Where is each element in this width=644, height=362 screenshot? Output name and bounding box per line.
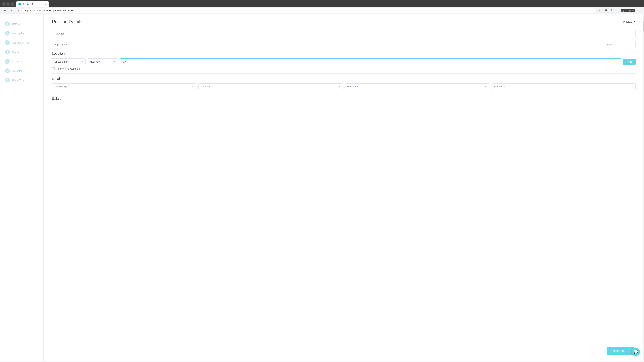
browser-toolbar: ← → ↻ app.breezy.hr/app/c/moodjoy/positi…	[0, 7, 644, 14]
sidebar: 1 Details 2 Description 3 Application Fo…	[0, 14, 44, 361]
experience-chevron-icon: ▼	[631, 85, 633, 88]
url-text: app.breezy.hr/app/c/moodjoy/positions/ne…	[25, 9, 73, 12]
sidebar-item-hiring-team[interactable]: 7 Hiring Team	[0, 75, 44, 85]
sidebar-item-screening[interactable]: 5 Screening	[0, 57, 44, 66]
divider-2	[52, 93, 636, 93]
tab-favicon	[18, 3, 21, 5]
city-input[interactable]	[120, 58, 621, 65]
minimize-btn[interactable]: −	[2, 2, 6, 6]
step-circle-7: 7	[5, 78, 10, 82]
position-type-label: Position type *	[54, 85, 70, 88]
position-type-chevron-icon: ▼	[192, 85, 194, 88]
experience-dropdown[interactable]: Experience ▼	[491, 83, 636, 90]
incognito-icon: 🁭	[623, 9, 624, 11]
download-icon[interactable]: ↧	[610, 8, 613, 13]
sidebar-item-details[interactable]: 1 Details	[0, 19, 44, 28]
manager-label: Manager	[56, 32, 66, 35]
preview-label: Preview	[623, 20, 632, 23]
location-title: Location	[52, 52, 636, 56]
salary-title: Salary	[52, 97, 636, 100]
operations-id-field[interactable]: 12345	[602, 40, 636, 48]
details-dropdowns-row: Position type * ▼ Category ▼ Education ▼…	[52, 83, 636, 90]
category-dropdown[interactable]: Category ▼	[198, 83, 343, 90]
country-value: United States	[54, 60, 68, 63]
sidebar-label-screening: Screening	[12, 60, 24, 63]
remote-checkbox-row: Remote / Telecommute	[52, 67, 636, 70]
page-header: Position Details Preview	[52, 19, 636, 24]
step-circle-2: 2	[5, 31, 10, 35]
operations-row: Operations 12345	[52, 40, 636, 48]
incognito-label: Incognito	[626, 9, 634, 11]
remote-checkbox[interactable]	[52, 67, 55, 70]
incognito-badge: 🁭 Incognito	[621, 8, 635, 12]
main-content: Position Details Preview Manager Operati…	[44, 14, 644, 361]
step-circle-5: 5	[5, 59, 10, 64]
country-chevron-icon: ▼	[81, 60, 83, 63]
operations-label: Operations	[55, 43, 68, 46]
browser-chrome: − □ × Breezy HR × + ← → ↻ app.breezy.hr/…	[0, 0, 644, 14]
preview-link[interactable]: Preview	[623, 20, 636, 23]
sidebar-item-pipeline[interactable]: 4 Pipeline	[0, 47, 44, 57]
add-location-button[interactable]: +Add	[623, 59, 636, 65]
experience-label: Experience	[494, 85, 506, 88]
location-row: United States ▼ New York ▼ +Add	[52, 58, 636, 65]
external-link-icon	[633, 20, 636, 23]
toolbar-actions: ☆ ☰ ↧ ▭ 🁭 Incognito ⋮	[598, 8, 641, 13]
category-label: Category	[201, 85, 210, 88]
chat-bubble-button[interactable]: 💬	[632, 348, 640, 356]
scrollbar-thumb[interactable]	[643, 21, 644, 31]
split-icon[interactable]: ▭	[615, 8, 619, 13]
scrollbar[interactable]	[643, 14, 644, 361]
manager-row: Manager	[52, 29, 636, 38]
menu-icon[interactable]: ⋮	[637, 8, 641, 13]
browser-tab-active[interactable]: Breezy HR ×	[16, 1, 49, 7]
location-section: Location United States ▼ New York ▼ +Add	[52, 52, 636, 70]
page-title: Position Details	[52, 19, 82, 24]
remote-label: Remote / Telecommute	[56, 67, 80, 70]
forward-btn[interactable]: →	[9, 8, 14, 13]
sidebar-item-advertise[interactable]: 6 Advertise	[0, 66, 44, 75]
education-dropdown[interactable]: Education ▼	[345, 83, 489, 90]
chat-icon: 💬	[634, 350, 638, 354]
sidebar-label-pipeline: Pipeline	[12, 51, 21, 53]
sidebar-label-details: Details	[12, 22, 20, 25]
extensions-icon[interactable]: ☰	[604, 8, 608, 13]
step-circle-3: 3	[5, 40, 10, 45]
app-container: 1 Details 2 Description 3 Application Fo…	[0, 14, 644, 361]
sidebar-label-application-form: Application Form	[12, 41, 31, 44]
sidebar-label-hiring-team: Hiring Team	[12, 79, 26, 82]
add-btn-label: +Add	[626, 60, 632, 63]
sidebar-label-advertise: Advertise	[12, 69, 23, 72]
next-step-arrow-icon: ›	[627, 349, 628, 353]
state-chevron-icon: ▼	[113, 60, 115, 63]
bookmark-icon[interactable]: ☆	[598, 8, 602, 13]
step-circle-4: 4	[5, 50, 10, 54]
education-chevron-icon: ▼	[485, 85, 487, 88]
close-btn[interactable]: ×	[11, 2, 14, 6]
step-circle-6: 6	[5, 68, 10, 73]
education-label: Education	[347, 85, 358, 88]
browser-tabs: − □ × Breezy HR × +	[0, 0, 644, 7]
country-dropdown[interactable]: United States ▼	[52, 58, 86, 65]
next-step-label: Next Step	[613, 349, 626, 353]
back-btn[interactable]: ←	[3, 8, 8, 13]
details-section: Details Position type * ▼ Category ▼ Edu…	[52, 77, 636, 90]
position-type-dropdown[interactable]: Position type * ▼	[52, 83, 196, 90]
reload-btn[interactable]: ↻	[16, 8, 20, 13]
state-value: New York	[90, 60, 100, 63]
salary-section: Salary	[52, 97, 636, 100]
details-title: Details	[52, 77, 636, 81]
state-dropdown[interactable]: New York ▼	[88, 58, 118, 65]
next-step-button[interactable]: Next Step ›	[607, 347, 634, 355]
operations-field[interactable]: Operations	[52, 40, 600, 48]
maximize-btn[interactable]: □	[6, 2, 10, 6]
tab-close-btn[interactable]: ×	[44, 2, 46, 6]
category-chevron-icon: ▼	[338, 85, 340, 88]
sidebar-item-application-form[interactable]: 3 Application Form	[0, 38, 44, 47]
window-controls[interactable]: − □ ×	[2, 2, 14, 6]
operations-id-value: 12345	[605, 43, 612, 46]
address-bar[interactable]: app.breezy.hr/app/c/moodjoy/positions/ne…	[22, 8, 596, 13]
sidebar-item-description[interactable]: 2 Description	[0, 28, 44, 38]
new-tab-btn[interactable]: +	[50, 2, 55, 6]
sidebar-label-description: Description	[12, 32, 25, 35]
